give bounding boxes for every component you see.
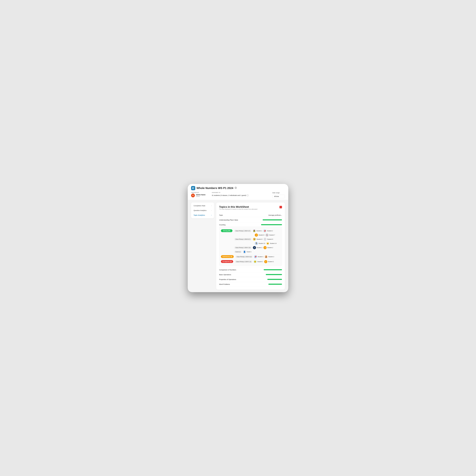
bar-fill-place-value xyxy=(263,219,282,221)
student-name-imp-1: Student 1 xyxy=(257,261,263,262)
student-chip-imp-1: 😊 Student 1 xyxy=(254,260,263,263)
class-row-imp-c2: Class Primary 1 2024 C (2) 😊 Student 1 J… xyxy=(235,260,280,263)
topic-name-counting: Counting xyxy=(219,224,261,226)
topic-analytics-chevron: › xyxy=(211,214,212,216)
col-avg-header: Average proficien... xyxy=(261,214,282,216)
bar-fill-counting xyxy=(261,224,282,225)
student-avatar-7a: 👻 xyxy=(265,234,269,237)
class-row-b7: Class Primary 1 2024 B (7) 🐓 Student 8 🐇… xyxy=(234,238,280,241)
topic-row-word-problems[interactable]: Word Problems xyxy=(219,282,282,287)
proficiency-group-satisfactory: Satisfactory (8) Class Primary 1 2024 A … xyxy=(221,254,280,259)
topic-name-basic-ops: Basic Operations xyxy=(219,274,261,275)
completion-rate-label: Completion Rate xyxy=(194,205,205,206)
menu-icon-box[interactable] xyxy=(191,186,195,190)
student-name-9b: Student 9 xyxy=(267,238,273,240)
info-icon[interactable]: i xyxy=(247,194,249,196)
sidebar-nav: Completion Rate › Question Analytics › T… xyxy=(191,203,214,218)
student-chip-14b: 🐱 Student 14 xyxy=(266,242,276,245)
student-chip-2c: J Student 2 xyxy=(263,246,273,249)
counting-expanded: Strong (20) Class Primary 1 2024 A (7) 🧟… xyxy=(219,227,282,266)
bar-fill-comparison xyxy=(264,269,282,270)
student-chip-imp-2: J Student 2 xyxy=(264,260,274,263)
col-topic-header: Topic xyxy=(219,214,261,216)
red-indicator xyxy=(279,206,282,208)
class-tag-imp-c2: Class Primary 1 2024 C (2) xyxy=(235,260,253,263)
topic-row-basic-ops[interactable]: Basic Operations xyxy=(219,272,282,277)
bar-counting xyxy=(261,224,282,225)
proficiency-group-strong: Strong (20) Class Primary 1 2024 A (7) 🧟… xyxy=(221,228,280,254)
student-avatar-9b: 🐇 xyxy=(263,238,267,241)
topic-name-word-problems: Word Problems xyxy=(219,283,261,285)
main-layout: Completion Rate › Question Analytics › T… xyxy=(188,200,288,292)
class-tag-c5: Class Primary 1 2024 C (5) xyxy=(234,246,252,249)
sidebar-item-question-analytics[interactable]: Question Analytics › xyxy=(192,208,213,213)
student-avatar-sat-1: 📌 xyxy=(254,255,257,258)
student-chip-2a: 🐙 Student 2 xyxy=(263,229,273,232)
student-chip-9b: 🐇 Student 9 xyxy=(263,238,273,241)
student-name-2c: Student 2 xyxy=(267,247,273,248)
topic-name-place-value: Understanding Place Value xyxy=(219,219,261,221)
assigned-to-label: ASSIGNED TO xyxy=(212,192,249,193)
created-by-label: CREATED BY xyxy=(191,192,205,193)
topics-table: Topic Average proficien... Understanding… xyxy=(219,213,282,287)
topic-row-comparison[interactable]: Comparison of Numbers xyxy=(219,267,282,272)
student-avatar-13b: 🐧 xyxy=(255,242,258,245)
student-chip-6a: J Student 6 xyxy=(255,234,264,237)
content-title: Topics in this WorkSheet xyxy=(219,205,257,208)
svg-rect-2 xyxy=(192,189,194,189)
student-chip-7a: 👻 Student 7 xyxy=(265,234,275,237)
badge-improve: To improve (2) xyxy=(221,260,233,263)
counting-main-row[interactable]: Counting xyxy=(219,224,282,226)
student-chip-sat-1: 📌 Student 1 xyxy=(254,255,264,258)
class-row-sat-a3: Class Primary 1 2024 A (3) 📌 Student 1 🧸… xyxy=(235,255,280,258)
student-name-sat-2: Student 2 xyxy=(268,256,274,257)
device-frame: Whole Numbers WS P1 2024 CREATED BY A xyxy=(188,184,288,292)
student-avatar-guest1: 👤 xyxy=(243,250,246,254)
question-analytics-chevron: › xyxy=(211,210,212,211)
header: Whole Numbers WS P1 2024 CREATED BY A xyxy=(188,184,288,200)
class-row-b7-2: 🐧 Student 13 🐱 Student 14 xyxy=(234,242,280,245)
topic-row-properties[interactable]: Properties of Operations xyxy=(219,277,282,282)
bar-fill-properties xyxy=(267,279,282,280)
question-analytics-label: Question Analytics xyxy=(194,209,206,211)
class-tag-guest: Guest (1) xyxy=(234,251,242,253)
creator-name: Admin Name xyxy=(196,194,205,196)
student-avatar-imp-2: J xyxy=(264,260,267,263)
topic-row-place-value[interactable]: Understanding Place Value xyxy=(219,218,282,222)
student-avatar-sat-2: 🧸 xyxy=(265,255,268,258)
student-name-sat-1: Student 1 xyxy=(258,256,264,257)
globe-icon[interactable] xyxy=(235,187,237,189)
creator-role: Admin xyxy=(196,196,205,197)
sidebar-item-topic-analytics[interactable]: Topic Analytics › xyxy=(192,213,213,218)
student-avatar-8b: 🐓 xyxy=(253,238,256,241)
student-avatar-2c: J xyxy=(263,246,267,249)
date-range-select[interactable]: All time xyxy=(272,195,285,198)
completion-rate-chevron: › xyxy=(211,205,212,206)
class-row-a7-2: J Student 6 👻 Student 7 xyxy=(234,234,280,237)
assigned-to-section: ASSIGNED TO 31 students (3 classes, 2 in… xyxy=(212,192,249,196)
student-chip-sat-2: 🧸 Student 2 xyxy=(265,255,274,258)
content-header: Topics in this WorkSheet The data displa… xyxy=(219,205,282,212)
header-title-row: Whole Numbers WS P1 2024 xyxy=(191,186,285,190)
satisfactory-class-groups: Class Primary 1 2024 A (3) 📌 Student 1 🧸… xyxy=(235,255,280,258)
bar-properties xyxy=(261,279,282,280)
table-header-row: Topic Average proficien... xyxy=(219,213,282,217)
class-row-a7: Class Primary 1 2024 A (7) 🧟 Student 1 🐙… xyxy=(234,229,280,232)
topic-name-comparison: Comparison of Numbers xyxy=(219,269,261,271)
bar-word-problems xyxy=(261,284,282,285)
sidebar-item-completion-rate[interactable]: Completion Rate › xyxy=(192,203,213,208)
proficiency-group-improve: To improve (2) Class Primary 1 2024 C (2… xyxy=(221,259,280,264)
student-name-6a: Student 6 xyxy=(258,234,264,236)
strong-class-groups: Class Primary 1 2024 A (7) 🧟 Student 1 🐙… xyxy=(234,229,280,254)
class-tag-a7: Class Primary 1 2024 A (7) xyxy=(234,230,252,232)
student-name-imp-2: Student 2 xyxy=(268,261,274,262)
creator-avatar: A xyxy=(191,194,195,197)
bar-fill-basic-ops xyxy=(266,274,282,275)
topic-row-counting: Counting Strong (20) xyxy=(219,222,282,267)
student-chip-1a: 🧟 Student 1 xyxy=(253,229,262,232)
content-subtitle: The data displayed is based on what the … xyxy=(219,208,257,210)
class-row-c5: Class Primary 1 2024 C (5) J Student 1 J… xyxy=(234,246,280,249)
class-row-guest: Guest (1) 👤 Guest 1 xyxy=(234,250,280,254)
student-chip-1c: J Student 1 xyxy=(253,246,262,249)
student-avatar-1a: 🧟 xyxy=(253,229,256,232)
